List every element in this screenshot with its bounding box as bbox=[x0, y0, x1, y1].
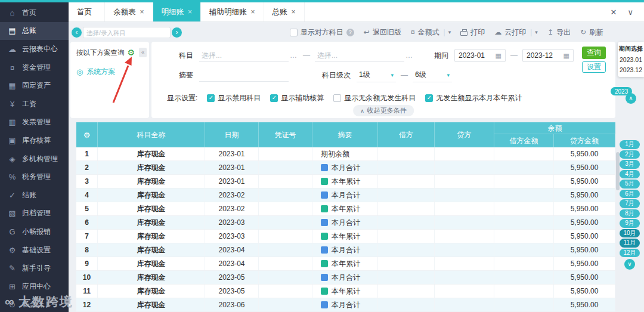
table-row[interactable]: 9 库存现金 2023-04 本年累计 5,950.00 bbox=[76, 257, 615, 271]
month-pill[interactable]: 1月 bbox=[620, 140, 640, 149]
tab-label: 余额表 bbox=[113, 7, 136, 17]
show-disabled-subjects-checkbox[interactable]: 显示禁用科目 bbox=[207, 93, 261, 103]
month-pill[interactable]: 5月 bbox=[620, 180, 640, 189]
help-icon[interactable]: ? bbox=[346, 29, 354, 36]
collapse-panel-button[interactable]: « bbox=[139, 48, 147, 57]
row-index: 7 bbox=[76, 230, 98, 243]
subject-from-input[interactable] bbox=[199, 50, 289, 62]
sidebar-item[interactable]: ⌂ 首页 bbox=[0, 4, 69, 22]
cloud-print-button[interactable]: ☁ 云打印 | ▾ bbox=[494, 27, 538, 38]
checkbox-icon[interactable] bbox=[333, 94, 341, 102]
system-scheme-item[interactable]: ◎ 系统方案 bbox=[76, 67, 149, 77]
more-subject-from-button[interactable]: … bbox=[290, 51, 297, 60]
export-button[interactable]: ↥ 导出 bbox=[547, 27, 571, 38]
more-subject-to-button[interactable]: … bbox=[405, 51, 413, 60]
tab[interactable]: 明细账 × bbox=[153, 2, 202, 21]
return-old-version-button[interactable]: ↩ 退回旧版 bbox=[364, 27, 401, 38]
tab[interactable]: 余额表 × bbox=[105, 2, 153, 21]
tab[interactable]: 总账 × bbox=[264, 2, 305, 21]
summary-input[interactable] bbox=[199, 69, 289, 82]
month-pill[interactable]: 4月 bbox=[620, 170, 640, 179]
column-settings-gear-icon[interactable]: ⚙ bbox=[83, 131, 91, 140]
print-button[interactable]: 打印 bbox=[460, 27, 485, 38]
query-button[interactable]: 查询 bbox=[582, 47, 606, 59]
table-row[interactable]: 11 库存现金 2023-05 本年累计 5,950.00 bbox=[76, 285, 615, 298]
table-row[interactable]: 1 库存现金 2023-01 期初余额 5,950.00 bbox=[76, 147, 615, 161]
sidebar-item[interactable]: ▧ 归档管理 bbox=[0, 205, 69, 223]
period-start-value[interactable]: 2023.01 bbox=[618, 56, 643, 63]
table-row[interactable]: 12 库存现金 2023-06 本月合计 5,950.00 bbox=[76, 298, 615, 312]
checkbox-icon[interactable] bbox=[290, 29, 298, 36]
sidebar-item[interactable]: ¤ 资金管理 bbox=[0, 58, 69, 77]
row-index: 2 bbox=[76, 161, 98, 174]
sidebar-item[interactable]: ◈ 多机构管理 bbox=[0, 150, 69, 168]
sidebar-item[interactable]: ▤ 总账 bbox=[0, 22, 69, 41]
sidebar-item[interactable]: ⊞ 应用中心 bbox=[0, 277, 69, 296]
sidebar-item[interactable]: ✎ 新手引导 bbox=[0, 259, 69, 277]
prev-subject-button[interactable]: ‹ bbox=[72, 27, 82, 38]
sidebar-item[interactable]: ▣ 库存核算 bbox=[0, 131, 69, 150]
show-auxiliary-accounting-checkbox[interactable]: 显示辅助核算 bbox=[270, 93, 324, 103]
month-pill[interactable]: 2月 bbox=[620, 150, 640, 159]
show-month-year-totals-checkbox[interactable]: 无发生额显示本月本年累计 bbox=[425, 93, 522, 103]
amount-format-button[interactable]: ¤ 金额式 | ▾ bbox=[411, 27, 451, 38]
subject-search-input[interactable] bbox=[83, 27, 171, 38]
sidebar-item[interactable]: ▦ 固定资产 bbox=[0, 76, 69, 95]
month-pill[interactable]: 10月 bbox=[620, 229, 640, 238]
sidebar-item[interactable]: ⊙ 畅会计 bbox=[0, 296, 69, 312]
sidebar-item[interactable]: ✓ 结账 bbox=[0, 186, 69, 205]
chevron-down-icon[interactable]: ∨ bbox=[627, 8, 633, 17]
table-row[interactable]: 2 库存现金 2023-01 本月合计 5,950.00 bbox=[76, 161, 615, 175]
tab[interactable]: 首页 bbox=[69, 2, 105, 21]
tab-close-icon[interactable]: × bbox=[140, 8, 144, 16]
scroll-up-button[interactable]: ∧ bbox=[626, 93, 636, 104]
tab[interactable]: 辅助明细账 × bbox=[201, 2, 264, 21]
next-subject-button[interactable]: › bbox=[172, 27, 182, 38]
month-pill[interactable]: 9月 bbox=[620, 219, 640, 228]
tab-close-icon[interactable]: × bbox=[188, 8, 192, 16]
row-summary-label: 本年累计 bbox=[332, 177, 360, 187]
collapse-more-conditions-button[interactable]: ∧ 收起更多条件 bbox=[353, 105, 414, 116]
table-row[interactable]: 8 库存现金 2023-04 本月合计 5,950.00 bbox=[76, 243, 615, 257]
period-end-value[interactable]: 2023.12 bbox=[618, 66, 643, 73]
month-pill[interactable]: 12月 bbox=[620, 249, 640, 258]
sidebar-item[interactable]: ☁ 云报表中心 bbox=[0, 40, 69, 58]
table-row[interactable]: 4 库存现金 2023-02 本月合计 5,950.00 bbox=[76, 189, 615, 202]
table-row[interactable]: 6 库存现金 2023-03 本月合计 5,950.00 bbox=[76, 216, 615, 230]
scheme-settings-gear-icon[interactable]: ⚙ bbox=[128, 48, 135, 57]
month-pill[interactable]: 7月 bbox=[620, 199, 640, 208]
tab-close-icon[interactable]: × bbox=[251, 8, 255, 16]
sidebar-item[interactable]: ▥ 发票管理 bbox=[0, 113, 69, 132]
table-row[interactable]: 7 库存现金 2023-03 本年累计 5,950.00 bbox=[76, 230, 615, 243]
show-opposite-subject-checkbox[interactable]: 显示对方科目 ? bbox=[290, 27, 354, 38]
table-row[interactable]: 3 库存现金 2023-01 本年累计 5,950.00 bbox=[76, 175, 615, 189]
period-from-picker[interactable]: 2023-01 ▦ bbox=[454, 49, 506, 62]
month-pill[interactable]: 3月 bbox=[620, 160, 640, 169]
table-row[interactable]: 5 库存现金 2023-02 本年累计 5,950.00 bbox=[76, 202, 615, 216]
level-from-select[interactable]: 1级 ▾ bbox=[357, 68, 396, 82]
chevron-down-icon[interactable]: ▾ bbox=[535, 29, 538, 35]
chevron-down-icon: ∨ bbox=[627, 261, 631, 267]
sidebar-item[interactable]: G 小畅报销 bbox=[0, 223, 69, 241]
checkbox-icon[interactable] bbox=[207, 94, 215, 102]
show-zero-balance-checkbox[interactable]: 显示无余额无发生科目 bbox=[333, 93, 416, 103]
sidebar-item[interactable]: ⚙ 基础设置 bbox=[0, 241, 69, 260]
close-icon[interactable]: ✕ bbox=[611, 8, 617, 17]
month-pill[interactable]: 6月 bbox=[620, 190, 640, 199]
subject-to-input[interactable] bbox=[315, 50, 404, 62]
month-pill[interactable]: 8月 bbox=[620, 209, 640, 218]
level-to-select[interactable]: 6级 ▾ bbox=[413, 68, 452, 82]
sidebar-item[interactable]: % 税务管理 bbox=[0, 168, 69, 186]
settings-button[interactable]: 设置 bbox=[582, 61, 606, 73]
period-to-picker[interactable]: 2023-12 ▦ bbox=[522, 49, 574, 62]
tab-close-icon[interactable]: × bbox=[292, 8, 296, 16]
scroll-down-button[interactable]: ∨ bbox=[624, 259, 635, 270]
month-pill[interactable]: 11月 bbox=[620, 239, 640, 248]
checkbox-icon[interactable] bbox=[270, 94, 278, 102]
chevron-down-icon[interactable]: ▾ bbox=[448, 29, 451, 35]
refresh-button[interactable]: ↻ 刷新 bbox=[580, 27, 603, 38]
checkbox-icon[interactable] bbox=[425, 94, 433, 102]
sidebar-item[interactable]: ¥ 工资 bbox=[0, 95, 69, 113]
row-credit bbox=[435, 161, 494, 174]
table-row[interactable]: 10 库存现金 2023-05 本月合计 5,950.00 bbox=[76, 271, 615, 285]
